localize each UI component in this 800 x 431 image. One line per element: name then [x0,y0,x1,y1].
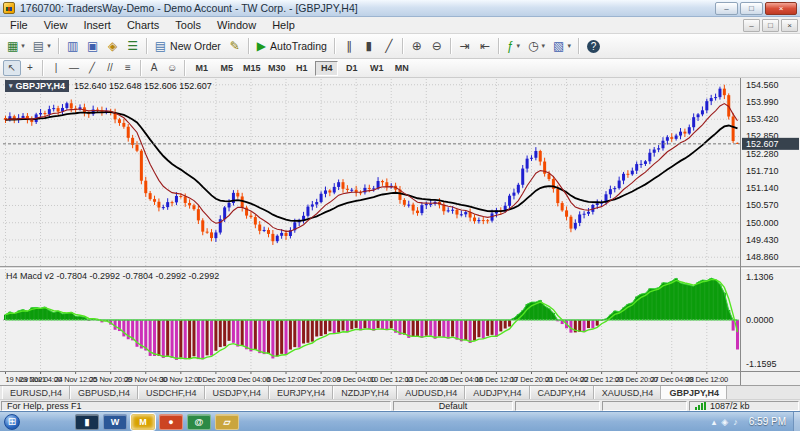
taskbar-app-2[interactable]: W [103,414,127,430]
timeframe-h1-button[interactable]: H1 [290,61,313,76]
chart-tab-gbpusd[interactable]: GBPUSD,H4 [70,386,138,399]
timeframe-m30-button[interactable]: M30 [265,61,288,76]
chart-line-icon: ╱ [385,40,392,52]
equidistant-channel-icon: // [107,63,113,73]
chart-tab-eurjpy[interactable]: EURJPY,H4 [269,386,333,399]
chart-info: ▾ GBPJPY,H4 152.640 152.648 152.606 152.… [5,80,212,92]
chart-candles-icon: ▮ [366,40,373,52]
autotrading-button[interactable]: ▶AutoTrading [253,36,331,56]
menu-view[interactable]: View [36,18,76,32]
templates-button[interactable]: ▧▾ [549,36,575,56]
child-minimize-button[interactable]: – [743,19,760,32]
menu-insert[interactable]: Insert [75,18,119,32]
minimize-button[interactable]: – [715,2,738,15]
symbol-chip[interactable]: ▾ GBPJPY,H4 [5,80,69,92]
data-window-button[interactable]: ▣ [83,36,103,56]
zoom-in-button[interactable]: ⊕ [407,36,427,56]
taskbar-app-1[interactable]: ▮ [75,414,99,430]
chart-shift-button[interactable]: ⇤ [475,36,495,56]
chart-tab-eurusd[interactable]: EURUSD,H4 [2,386,70,399]
navigator-button[interactable]: ◈ [103,36,123,56]
profiles-button[interactable]: ▤▾ [29,36,55,56]
taskbar-app-6[interactable]: ▱ [215,414,239,430]
child-restore-button[interactable]: □ [762,19,779,32]
chart-bars-button[interactable]: ∥ [339,36,359,56]
taskbar-app-5[interactable]: @ [187,414,211,430]
crosshair-button[interactable]: + [21,60,39,76]
chart-tab-audusd[interactable]: AUDUSD,H4 [397,386,465,399]
chart-tab-cadjpy[interactable]: CADJPY,H4 [530,386,594,399]
horizontal-line-icon: — [69,63,79,73]
chart-line-button[interactable]: ╱ [379,36,399,56]
maximize-button[interactable]: □ [740,2,763,15]
taskbar-apps: ▮WM●@▱ [75,414,239,430]
terminal-button[interactable]: ☰ [123,36,143,56]
chart-tab-xauusd[interactable]: XAUUSD,H4 [594,386,662,399]
market-watch-button[interactable]: ▥ [63,36,83,56]
vertical-line-button[interactable]: | [47,60,65,76]
text-label-button[interactable]: A [145,60,163,76]
timeframe-m15-button[interactable]: M15 [240,61,263,76]
chart-area[interactable]: 154.560153.990153.420152.850152.280151.7… [0,78,800,385]
chart-tab-usdjpy[interactable]: USDJPY,H4 [205,386,269,399]
taskbar-clock[interactable]: 6:59 PM [742,416,793,427]
mt4-logo-icon [3,2,15,14]
timeframe-w1-button[interactable]: W1 [365,61,388,76]
price-scale-label: 151.710 [746,166,779,176]
new-order-button[interactable]: ▤New Order [151,36,225,56]
menu-file[interactable]: File [2,18,36,32]
status-template[interactable]: Default [393,401,513,411]
timeframe-m5-button[interactable]: M5 [215,61,238,76]
trendline-button[interactable]: ╱ [83,60,101,76]
title-bar: 1760700: TradersWay-Demo - Demo Account … [0,0,800,17]
taskbar-app-3[interactable]: M [131,414,155,430]
metaeditor-button[interactable]: ✎ [225,36,245,56]
status-panel-empty-1 [515,401,600,411]
trendline-icon: ╱ [89,63,95,73]
start-button[interactable]: ⊞ [4,414,20,430]
auto-scroll-button[interactable]: ⇥ [455,36,475,56]
equidistant-channel-button[interactable]: // [101,60,119,76]
arrow-objects-button[interactable]: ☺ [163,60,181,76]
chart-candles-button[interactable]: ▮ [359,36,379,56]
zoom-out-button[interactable]: ⊖ [427,36,447,56]
chevron-down-icon: ▾ [21,42,25,50]
menu-tools[interactable]: Tools [167,18,209,32]
menu-charts[interactable]: Charts [119,18,167,32]
child-close-button[interactable]: × [781,19,798,32]
crosshair-icon: + [27,63,33,73]
show-desktop-button[interactable] [793,412,800,431]
timeframe-d1-button[interactable]: D1 [340,61,363,76]
current-price-label: 152.607 [746,139,779,149]
fibonacci-button[interactable]: ≡ [119,60,137,76]
indicators-button[interactable]: ƒ▾ [503,36,524,56]
chart-canvas[interactable]: 154.560153.990153.420152.850152.280151.7… [0,78,800,385]
new-chart-button[interactable]: ▦▾ [3,36,29,56]
time-axis-label: 30 Nov 12:00 [160,375,202,384]
chart-tab-audjpy[interactable]: AUDJPY,H4 [465,386,529,399]
price-scale-label: 148.860 [746,252,779,262]
toolbar-separator [184,60,186,76]
tray-status-icon[interactable]: ◈ [721,417,728,427]
periods-button[interactable]: ◷▾ [524,36,549,56]
taskbar-app-4[interactable]: ● [159,414,183,430]
chart-tab-nzdjpy[interactable]: NZDJPY,H4 [333,386,397,399]
menu-help[interactable]: Help [264,18,303,32]
chart-tab-gbpjpy[interactable]: GBPJPY,H4 [661,386,727,399]
close-button[interactable]: × [765,2,797,15]
autotrading-label: AutoTrading [270,40,327,52]
cursor-button[interactable]: ↖ [3,60,21,76]
new-order-icon: ▤ [155,40,166,52]
chevron-down-icon: ▾ [567,42,571,50]
timeframe-mn-button[interactable]: MN [390,61,413,76]
timeframe-m1-button[interactable]: M1 [190,61,213,76]
chart-tab-usdchf[interactable]: USDCHF,H4 [138,386,205,399]
menu-window[interactable]: Window [209,18,264,32]
menu-bar: FileViewInsertChartsToolsWindowHelp – □ … [0,17,800,34]
horizontal-line-button[interactable]: — [65,60,83,76]
tray-volume-icon[interactable]: ♪ [733,417,738,427]
chevron-down-icon: ▾ [9,82,13,90]
tray-chevron-icon[interactable]: ▴ [712,417,717,427]
community-help-button[interactable]: ? [583,36,604,56]
timeframe-h4-button[interactable]: H4 [315,61,338,76]
